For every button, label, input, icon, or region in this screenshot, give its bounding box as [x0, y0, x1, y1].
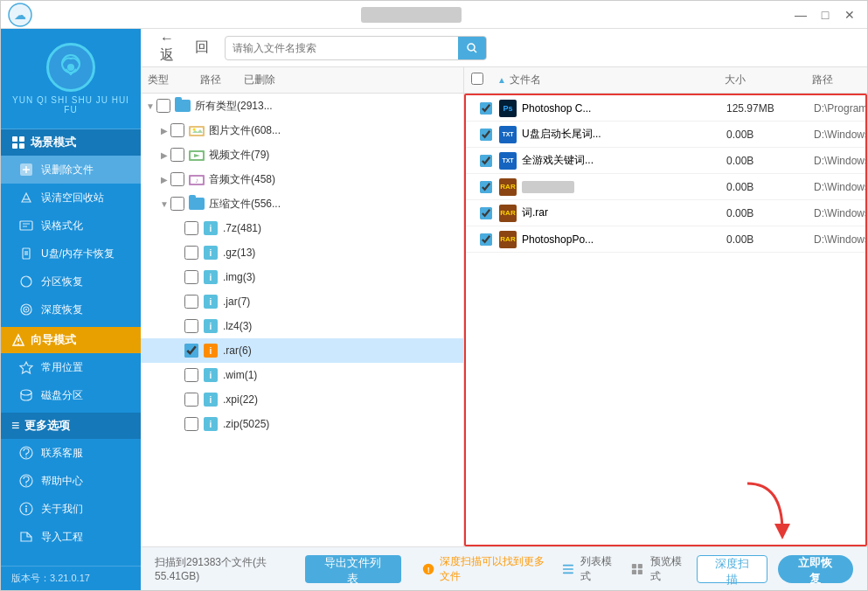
row2-path: D:\Windows\CSC\v2.0.6\namesp...	[814, 129, 867, 141]
tree-row-compressed[interactable]: ▼ 压缩文件(556...	[141, 191, 463, 216]
row5-checkbox-cell	[473, 207, 499, 219]
check-rar[interactable]	[184, 344, 198, 358]
preview-mode-label[interactable]: 预览模式	[650, 554, 687, 584]
forward-button[interactable]: 回	[190, 36, 214, 60]
list-mode-label[interactable]: 列表模式	[580, 554, 617, 584]
minimize-button[interactable]: —	[790, 4, 811, 25]
tree-row-rar[interactable]: i .rar(6)	[141, 338, 463, 363]
check-img[interactable]	[184, 270, 198, 284]
tree-row-xpi[interactable]: i .xpi(22)	[141, 387, 463, 412]
tree-row-music[interactable]: ▶ ♪ 音频文件(458)	[141, 167, 463, 191]
tree-row-gz[interactable]: i .gz(13)	[141, 240, 463, 265]
row5-checkbox[interactable]	[480, 207, 492, 219]
tree-label-7z: .7z(481)	[223, 222, 460, 234]
sidebar-item-common[interactable]: 常用位置	[1, 353, 141, 381]
mode-buttons: 列表模式 预览模式	[562, 554, 687, 584]
tree-row-video[interactable]: ▶ 视频文件(79)	[141, 143, 463, 167]
sidebar-item-import-label: 导入工程	[41, 530, 83, 545]
row2-name-cell: TXT U盘启动长尾词...	[499, 126, 726, 143]
search-button[interactable]	[458, 36, 486, 60]
check-gz[interactable]	[184, 246, 198, 260]
svg-rect-9	[20, 221, 32, 230]
tree-row-img[interactable]: i .img(3)	[141, 265, 463, 289]
row4-checkbox[interactable]	[480, 181, 492, 193]
sidebar-item-support[interactable]: 联系客服	[1, 439, 141, 467]
tree-row-lz4[interactable]: i .lz4(3)	[141, 314, 463, 338]
sidebar-item-about[interactable]: 关于我们	[1, 495, 141, 523]
select-all-checkbox[interactable]	[471, 73, 483, 85]
recover-button[interactable]: 立即恢复	[778, 555, 853, 583]
sidebar-item-recycle-label: 误清空回收站	[41, 191, 104, 205]
row2-checkbox[interactable]	[480, 129, 492, 141]
file-row-4[interactable]: RAR ████.rar 0.00B D:\Windows\CSC\v2.0.6…	[466, 174, 865, 200]
tree-row-zip[interactable]: i .zip(5025)	[141, 412, 463, 436]
check-lz4[interactable]	[184, 319, 198, 333]
tree-col-extra	[296, 73, 456, 87]
sidebar-item-disk[interactable]: 磁盘分区	[1, 381, 141, 409]
sidebar-item-help[interactable]: 帮助中心	[1, 467, 141, 495]
expand-music[interactable]: ▶	[158, 173, 170, 185]
tree-row-image[interactable]: ▶ 图片文件(608...	[141, 118, 463, 143]
expand-all[interactable]: ▼	[144, 100, 156, 112]
check-xpi[interactable]	[184, 393, 198, 407]
sidebar-item-recycle[interactable]: 误清空回收站	[1, 184, 141, 212]
check-wim[interactable]	[184, 368, 198, 382]
tree-label-zip: .zip(5025)	[223, 418, 460, 430]
close-button[interactable]: ✕	[839, 4, 860, 25]
sidebar-item-partition-label: 分区恢复	[41, 275, 83, 289]
row6-filename: PhotoshopPo...	[522, 233, 594, 246]
sidebar-item-misdelete[interactable]: 误删除文件	[1, 156, 141, 184]
export-button[interactable]: 导出文件列表	[305, 555, 401, 583]
check-compressed[interactable]	[170, 197, 184, 211]
logo-subtitle: YUN QI SHI SHU JU HUI FU	[11, 95, 130, 115]
tree-label-jar: .jar(7)	[223, 296, 460, 308]
file-img-icon: i	[202, 270, 219, 284]
svg-rect-6	[12, 143, 17, 149]
tree-row-wim[interactable]: i .wim(1)	[141, 363, 463, 387]
row3-checkbox[interactable]	[480, 155, 492, 167]
sidebar-item-deep[interactable]: 深度恢复	[1, 296, 141, 323]
sidebar-item-import[interactable]: 导入工程	[1, 523, 141, 551]
check-video[interactable]	[170, 148, 184, 162]
col-path-header: 路径	[812, 73, 867, 87]
check-7z[interactable]	[184, 221, 198, 235]
tree-label-all: 所有类型(2913...	[195, 99, 460, 114]
row5-size: 0.00B	[726, 207, 814, 219]
check-image[interactable]	[170, 123, 184, 137]
tree-label-wim: .wim(1)	[223, 369, 460, 381]
expand-video[interactable]: ▶	[158, 149, 170, 161]
row1-checkbox[interactable]	[480, 102, 492, 115]
tree-row-all[interactable]: ▼ 所有类型(2913...	[141, 94, 463, 118]
file-row-2[interactable]: TXT U盘启动长尾词... 0.00B D:\Windows\CSC\v2.0…	[466, 122, 865, 148]
file-row-6[interactable]: RAR PhotoshopPo... 0.00B D:\Windows\CSC\…	[466, 226, 865, 253]
check-music[interactable]	[170, 172, 184, 186]
tree-row-7z[interactable]: i .7z(481)	[141, 216, 463, 240]
check-all[interactable]	[156, 99, 170, 113]
row3-path: D:\Windows\CSC\v2.0.6\namesp...	[814, 155, 867, 167]
check-jar[interactable]	[184, 295, 198, 309]
file-row-1[interactable]: Ps Photoshop C... 125.97MB D:\Program Fi…	[466, 95, 865, 122]
sidebar-item-usb[interactable]: U盘/内存卡恢复	[1, 240, 141, 268]
file-7z-icon: i	[202, 221, 219, 235]
back-button[interactable]: ← 返	[155, 36, 179, 60]
tree-row-jar[interactable]: i .jar(7)	[141, 289, 463, 314]
row4-size: 0.00B	[726, 181, 814, 193]
sidebar-item-format-label: 误格式化	[41, 219, 83, 233]
deep-icon	[18, 302, 34, 317]
sidebar-item-deep-label: 深度恢复	[41, 302, 83, 317]
maximize-button[interactable]: □	[815, 4, 836, 25]
deep-scan-button[interactable]: 深度扫描	[697, 555, 767, 583]
svg-rect-5	[19, 136, 24, 142]
expand-image[interactable]: ▶	[158, 124, 170, 136]
file-row-5[interactable]: RAR 词.rar 0.00B D:\Windows\CSC\v2.0.6\na…	[466, 200, 865, 226]
sidebar-item-format[interactable]: 误格式化	[1, 212, 141, 240]
row6-checkbox[interactable]	[480, 233, 492, 246]
svg-point-21	[25, 484, 27, 486]
svg-point-17	[21, 390, 31, 395]
search-input[interactable]	[226, 42, 458, 54]
expand-compressed[interactable]: ▼	[158, 198, 170, 210]
file-row-3[interactable]: TXT 全游戏关键词... 0.00B D:\Windows\CSC\v2.0.…	[466, 148, 865, 174]
file-tree-body[interactable]: ▼ 所有类型(2913... ▶	[141, 94, 463, 546]
check-zip[interactable]	[184, 417, 198, 431]
sidebar-item-partition[interactable]: 分区恢复	[1, 268, 141, 296]
